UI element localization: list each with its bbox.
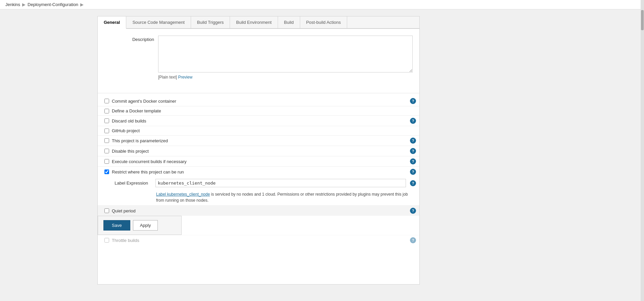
quiet-period-label: Quiet period <box>112 208 136 213</box>
checkbox-row-3: GitHub project <box>98 126 419 135</box>
checkbox-left-2: Discard old builds <box>104 118 146 123</box>
help-icon-7[interactable]: ? <box>410 169 416 175</box>
preview-link[interactable]: Preview <box>178 75 192 80</box>
checkbox-github-project[interactable] <box>104 129 109 133</box>
help-icon-4[interactable]: ? <box>410 138 416 144</box>
scrollbar-thumb[interactable] <box>641 10 644 30</box>
plain-text-label: [Plain text] <box>158 75 177 80</box>
help-icon-6[interactable]: ? <box>410 158 416 164</box>
info-text: Label kubernetes_client_node is serviced… <box>98 189 419 205</box>
checkbox-row-5: Disable this project ? <box>98 146 419 156</box>
checkbox-left-0: Commit agent's Docker container <box>104 99 176 104</box>
config-panel: General Source Code Management Build Tri… <box>97 16 420 285</box>
throttle-row: Throttle builds ? <box>98 235 419 245</box>
quiet-period-row: Quiet period ? <box>98 205 419 216</box>
breadcrumb-page[interactable]: Deployment-Configuration <box>28 2 78 7</box>
label-expr-row: Label Expression ? <box>98 177 419 189</box>
label-link[interactable]: Label kubernetes_client_node <box>156 192 210 197</box>
checkbox-row-2: Discard old builds ? <box>98 115 419 126</box>
description-input[interactable] <box>158 36 413 72</box>
checkbox-define-docker[interactable] <box>104 109 109 113</box>
checkboxes-section: Commit agent's Docker container ? Define… <box>98 93 419 245</box>
tab-build-triggers[interactable]: Build Triggers <box>191 16 230 28</box>
description-label: Description <box>104 36 158 42</box>
checkbox-label-3: GitHub project <box>112 128 140 133</box>
help-icon-throttle[interactable]: ? <box>410 237 416 243</box>
checkbox-discard-builds[interactable] <box>104 118 109 123</box>
checkbox-row-4: This project is parameterized ? <box>98 135 419 146</box>
checkbox-left-6: Execute concurrent builds if necessary <box>104 159 187 164</box>
form-content: Description [Plain text] Preview <box>98 29 419 90</box>
checkbox-throttle[interactable] <box>104 238 109 243</box>
breadcrumb-root[interactable]: Jenkins <box>5 2 20 7</box>
tab-build[interactable]: Build <box>278 16 300 28</box>
quiet-period-left: Quiet period <box>104 208 136 213</box>
checkbox-disable-project[interactable] <box>104 149 109 153</box>
checkbox-left-1: Define a Docker template <box>104 108 161 113</box>
breadcrumb-sep2: ▶ <box>80 2 84 7</box>
label-expr-input[interactable] <box>155 179 406 187</box>
checkbox-label-5: Disable this project <box>112 149 149 154</box>
help-icon-quiet[interactable]: ? <box>410 208 416 214</box>
checkbox-concurrent-builds[interactable] <box>104 159 109 164</box>
throttle-left: Throttle builds <box>104 238 139 243</box>
throttle-label: Throttle builds <box>112 238 139 243</box>
buttons-row: Save Apply <box>98 216 182 235</box>
checkbox-left-5: Disable this project <box>104 149 149 154</box>
help-icon-2[interactable]: ? <box>410 118 416 124</box>
checkbox-label-6: Execute concurrent builds if necessary <box>112 159 187 164</box>
checkbox-restrict-project[interactable] <box>104 169 109 174</box>
checkbox-label-4: This project is parameterized <box>112 138 168 143</box>
checkbox-row-7: Restrict where this project can be run ? <box>98 166 419 177</box>
scrollbar[interactable] <box>641 0 644 301</box>
description-field: [Plain text] Preview <box>158 36 413 80</box>
tab-general[interactable]: General <box>98 16 126 29</box>
label-expr-label: Label Expression <box>104 181 151 186</box>
label-expr-help-icon[interactable]: ? <box>410 180 416 186</box>
checkbox-row-0: Commit agent's Docker container ? <box>98 96 419 106</box>
tab-post-build[interactable]: Post-build Actions <box>300 16 347 28</box>
breadcrumb-sep1: ▶ <box>22 2 26 7</box>
checkbox-quiet-period[interactable] <box>104 208 109 213</box>
checkbox-label-2: Discard old builds <box>112 118 146 123</box>
save-button[interactable]: Save <box>103 220 130 231</box>
main-content: General Source Code Management Build Tri… <box>0 9 644 301</box>
checkbox-label-1: Define a Docker template <box>112 108 161 113</box>
checkbox-row-1: Define a Docker template <box>98 106 419 115</box>
plain-text-hint: [Plain text] Preview <box>158 75 413 80</box>
checkbox-parameterized[interactable] <box>104 138 109 143</box>
tab-build-environment[interactable]: Build Environment <box>230 16 278 28</box>
checkbox-commit-agent[interactable] <box>104 99 109 103</box>
tab-source-code[interactable]: Source Code Management <box>126 16 191 28</box>
breadcrumb: Jenkins ▶ Deployment-Configuration ▶ <box>0 0 644 9</box>
checkbox-left-7: Restrict where this project can be run <box>104 169 184 174</box>
checkbox-label-0: Commit agent's Docker container <box>112 99 176 104</box>
checkbox-row-6: Execute concurrent builds if necessary ? <box>98 156 419 166</box>
checkbox-left-4: This project is parameterized <box>104 138 168 143</box>
description-row: Description [Plain text] Preview <box>104 36 413 80</box>
help-icon-0[interactable]: ? <box>410 98 416 104</box>
help-icon-5[interactable]: ? <box>410 148 416 154</box>
checkbox-left-3: GitHub project <box>104 128 140 133</box>
checkbox-label-7: Restrict where this project can be run <box>112 169 184 174</box>
tabs-bar: General Source Code Management Build Tri… <box>98 16 419 29</box>
apply-button[interactable]: Apply <box>133 220 158 231</box>
